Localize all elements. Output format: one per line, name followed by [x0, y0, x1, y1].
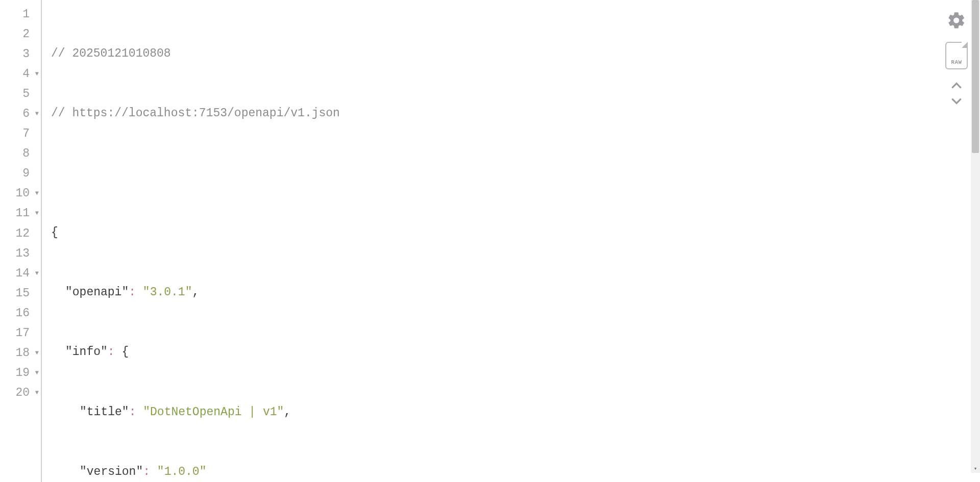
colon: : — [129, 402, 136, 422]
settings-button[interactable] — [945, 9, 968, 32]
comma: , — [192, 283, 199, 302]
code-line: "version": "1.0.0" — [51, 462, 980, 482]
gutter-line: 18▼ — [0, 343, 41, 363]
chevron-up-icon — [950, 81, 963, 90]
vertical-scrollbar[interactable]: ▾ — [971, 0, 980, 473]
fold-toggle[interactable]: ▼ — [35, 110, 39, 117]
space — [136, 283, 143, 302]
fold-toggle[interactable]: ▼ — [35, 210, 39, 217]
viewer-toolbar: RAW — [945, 9, 968, 107]
json-key-title: "title" — [80, 402, 129, 422]
collapse-all-button[interactable] — [945, 80, 968, 92]
json-key-info: "info" — [65, 342, 108, 362]
fold-toggle[interactable]: ▼ — [35, 389, 39, 396]
json-value-openapi: "3.0.1" — [143, 283, 192, 302]
line-number: 12 — [15, 227, 30, 240]
line-number: 3 — [22, 47, 30, 61]
gutter-line: 1 — [0, 4, 41, 24]
gutter-line: 20▼ — [0, 383, 41, 403]
line-number: 4 — [22, 67, 30, 81]
json-key-version: "version" — [80, 462, 143, 482]
gutter-line: 10▼ — [0, 184, 41, 204]
line-number: 8 — [22, 147, 30, 160]
colon: : — [143, 462, 150, 482]
gutter-line: 13 — [0, 243, 41, 263]
json-value-title: "DotNetOpenApi | v1" — [143, 402, 284, 422]
gutter-line: 12 — [0, 223, 41, 243]
line-number: 13 — [15, 247, 30, 260]
gutter-line: 15 — [0, 283, 41, 303]
gutter-line: 19▼ — [0, 363, 41, 383]
brace-open: { — [121, 342, 129, 362]
fold-toggle[interactable]: ▼ — [35, 70, 39, 78]
space — [150, 462, 157, 482]
fold-toggle[interactable]: ▼ — [35, 369, 39, 376]
chevron-down-icon — [950, 96, 963, 106]
gutter-line: 5 — [0, 84, 41, 104]
gutter-line: 8 — [0, 144, 41, 164]
fold-toggle[interactable]: ▼ — [35, 270, 39, 277]
line-number: 9 — [22, 167, 30, 180]
comma: , — [284, 402, 291, 422]
gear-icon — [947, 11, 966, 30]
line-number: 7 — [22, 127, 30, 140]
comment-timestamp: // 20250121010808 — [51, 44, 171, 64]
raw-view-button[interactable]: RAW — [945, 42, 968, 69]
gutter-line: 3 — [0, 44, 41, 64]
line-number: 16 — [15, 307, 30, 320]
line-number: 14 — [15, 267, 30, 280]
line-number: 10 — [15, 187, 30, 200]
line-number: 20 — [15, 386, 30, 399]
line-number: 1 — [22, 8, 30, 21]
code-line: "title": "DotNetOpenApi | v1", — [51, 402, 980, 422]
gutter-line: 14▼ — [0, 263, 41, 283]
line-number: 18 — [15, 346, 30, 360]
fold-toggle[interactable]: ▼ — [35, 349, 39, 357]
gutter-line: 6▼ — [0, 104, 41, 123]
scroll-down-arrow[interactable]: ▾ — [971, 464, 980, 473]
colon: : — [108, 342, 115, 362]
expand-all-button[interactable] — [945, 95, 968, 107]
space — [136, 402, 143, 422]
brace-open: { — [51, 223, 58, 243]
line-number: 15 — [15, 287, 30, 300]
line-number: 19 — [15, 366, 30, 379]
gutter-line: 16 — [0, 303, 41, 323]
raw-label: RAW — [946, 59, 967, 65]
code-area: // 20250121010808 // https://localhost:7… — [42, 0, 980, 482]
line-number: 5 — [22, 87, 30, 100]
line-number: 17 — [15, 326, 30, 340]
code-line: { — [51, 223, 980, 243]
code-line: "info": { — [51, 342, 980, 362]
line-gutter: 1234▼56▼78910▼11▼121314▼15161718▼19▼20▼ — [0, 0, 42, 482]
comment-source-url: // https://localhost:7153/openapi/v1.jso… — [51, 104, 340, 123]
gutter-line: 7 — [0, 124, 41, 144]
code-line: // 20250121010808 — [51, 44, 980, 64]
gutter-line: 2 — [0, 24, 41, 44]
line-number: 11 — [15, 207, 30, 220]
gutter-line: 9 — [0, 164, 41, 184]
gutter-line: 17 — [0, 323, 41, 343]
code-line: "openapi": "3.0.1", — [51, 283, 980, 302]
line-number: 6 — [22, 107, 30, 120]
scrollbar-thumb[interactable] — [972, 0, 979, 153]
fold-toggle[interactable]: ▼ — [35, 190, 39, 197]
code-line: // https://localhost:7153/openapi/v1.jso… — [51, 104, 980, 123]
code-line — [51, 163, 980, 183]
gutter-line: 11▼ — [0, 204, 41, 223]
line-number: 2 — [22, 28, 30, 41]
json-value-version: "1.0.0" — [157, 462, 207, 482]
space — [115, 342, 122, 362]
json-key-openapi: "openapi" — [65, 283, 129, 302]
gutter-line: 4▼ — [0, 64, 41, 84]
json-viewer: 1234▼56▼78910▼11▼121314▼15161718▼19▼20▼ … — [0, 0, 980, 482]
colon: : — [129, 283, 136, 302]
